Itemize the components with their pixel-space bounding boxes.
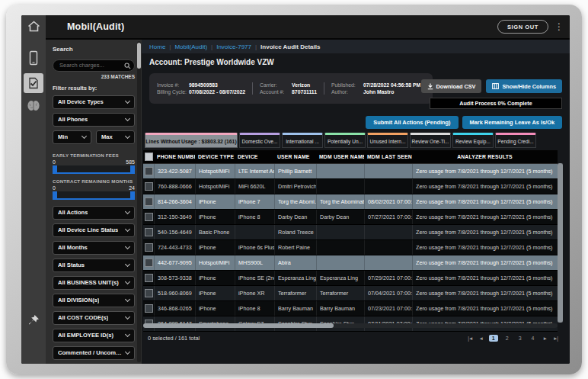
cell-mdm-user-name xyxy=(316,240,364,255)
row-checkbox[interactable] xyxy=(143,179,154,194)
audit-checklist-icon[interactable] xyxy=(24,73,43,93)
analysis-tab[interactable]: Review One-Ti... xyxy=(410,133,451,148)
analysis-tab[interactable]: Potentially Un... xyxy=(324,133,366,148)
sidebar-scrollbar-thumb[interactable] xyxy=(137,43,141,69)
column-header-mdm-user[interactable]: MDM USER NAME xyxy=(316,150,364,163)
column-header-mdm-last-seen[interactable]: MDM LAST SEEN xyxy=(364,150,412,163)
phones-select[interactable]: All Phones xyxy=(53,113,135,127)
analysis-tab[interactable]: Review Equip... xyxy=(452,133,494,148)
pagination-page-button[interactable]: 2 xyxy=(503,335,511,342)
filter-select[interactable]: All Device Line Status xyxy=(53,223,135,237)
analysis-tab[interactable]: International ... xyxy=(282,133,323,148)
table-row[interactable]: 312-150-3649 iPhone iPhone 8 Darby Dean … xyxy=(143,210,558,225)
filter-select[interactable]: Commented / Uncommented l xyxy=(53,346,135,360)
table-vertical-scrollbar[interactable] xyxy=(558,163,563,323)
breadcrumb-link-home[interactable]: Home xyxy=(149,43,165,50)
table-row[interactable]: 323-422-5087 Hotspot/MiFi LTE Internet A… xyxy=(143,164,558,179)
column-header-device[interactable]: DEVICE xyxy=(235,150,274,163)
sidebar-scrollbar[interactable] xyxy=(137,41,141,362)
filter-select[interactable]: All EMPLOYEE ID(s) xyxy=(53,329,135,342)
analysis-tab[interactable]: Pending Credi... xyxy=(495,133,536,148)
analysis-tab[interactable]: Domestic Ove... xyxy=(239,133,280,148)
slider-handle-right[interactable] xyxy=(130,191,135,200)
cell-device: MiFi 6620L xyxy=(235,179,274,194)
column-header-phone[interactable]: PHONE NUMBER xyxy=(154,150,195,163)
filter-select[interactable]: All Secondary Account Numbe xyxy=(53,364,135,365)
chevron-down-icon xyxy=(125,226,130,232)
row-checkbox[interactable] xyxy=(143,225,154,239)
search-icon xyxy=(124,59,131,72)
pagination-prev-button[interactable]: ◄ xyxy=(478,336,482,341)
pagination-next-button[interactable]: ► xyxy=(542,336,546,341)
pagination-page-button[interactable]: 3 xyxy=(516,335,524,342)
table-row[interactable]: 518-960-8069 iPhone iPhone XR Terraforme… xyxy=(143,286,558,301)
max-select[interactable]: Max xyxy=(96,130,135,144)
cell-mdm-user-name: Torg the Abominabl... xyxy=(316,194,364,209)
kebab-menu-icon[interactable]: ⋮ xyxy=(554,22,564,31)
search-input[interactable] xyxy=(53,59,135,72)
table-row[interactable]: 346-868-0265 iPhone iPhone 8 Barry Bauma… xyxy=(143,301,558,316)
tab-label: Pending Credi... xyxy=(497,139,533,144)
breadcrumb-link-app[interactable]: Mobil(Audit) xyxy=(174,43,207,50)
row-checkbox[interactable] xyxy=(143,194,154,209)
cell-phone-number: 346-868-0265 xyxy=(154,301,195,316)
row-checkbox[interactable] xyxy=(143,164,154,178)
slider-handle-left[interactable] xyxy=(53,165,57,174)
column-header-device-type[interactable]: DEVICE TYPE xyxy=(195,150,235,163)
device-types-select[interactable]: All Device Types xyxy=(53,95,135,109)
pagination-page-button[interactable]: 1 xyxy=(489,335,498,342)
filter-select-value: All Months xyxy=(58,244,88,251)
submit-all-actions-button[interactable]: Submit All Actions (Pending) xyxy=(366,116,458,129)
breadcrumb-separator: | xyxy=(255,43,257,50)
table-horizontal-scrollbar-thumb[interactable] xyxy=(143,323,334,328)
slider-label: EARLY TERMINATION FEES xyxy=(53,153,135,158)
cell-analyzer-results: Zero usage from 7/8/2021 through 12/7/20… xyxy=(412,225,558,239)
breadcrumb-link-invoice[interactable]: Invoice-7977 xyxy=(216,43,251,50)
sign-out-button[interactable]: SIGN OUT xyxy=(497,20,548,34)
filter-select[interactable]: All DIVISION(s) xyxy=(53,294,135,307)
table-vertical-scrollbar-thumb[interactable] xyxy=(558,163,563,323)
analysis-tab[interactable]: Lines Without Usage : $3803.32 (161) xyxy=(145,133,238,148)
row-checkbox[interactable] xyxy=(143,210,154,224)
search-wrap xyxy=(53,56,135,72)
header-right-tools: Download CSV Show/Hide Columns Audit Pro… xyxy=(430,79,562,109)
table-row[interactable]: 760-888-0666 Hotspot/MiFi MiFi 6620L Dmi… xyxy=(143,179,558,194)
row-checkbox[interactable] xyxy=(143,240,154,255)
pagination-first-button[interactable]: |◄ xyxy=(468,336,472,341)
min-select[interactable]: Min xyxy=(53,130,91,144)
filter-select[interactable]: All BUSINESS UNIT(s) xyxy=(53,276,135,290)
table-horizontal-scrollbar[interactable] xyxy=(143,323,558,328)
home-icon[interactable] xyxy=(27,21,40,32)
table-row[interactable]: 540-156-4649 Basic Phone Roland Treece Z… xyxy=(143,225,558,240)
mobile-device-icon[interactable] xyxy=(28,50,39,66)
show-hide-columns-button[interactable]: Show/Hide Columns xyxy=(486,79,562,93)
table-row[interactable]: 724-443-4733 iPhone iPhone 6s Plus Rober… xyxy=(143,240,558,255)
slider-handle-left[interactable] xyxy=(53,191,57,200)
app-main: Mobil(Audit) SIGN OUT ⋮ Search 23 xyxy=(46,15,570,364)
row-checkbox[interactable] xyxy=(143,255,154,270)
row-checkbox[interactable] xyxy=(143,286,154,300)
pushpin-icon[interactable] xyxy=(27,313,40,327)
filter-select[interactable]: All Months xyxy=(53,241,135,255)
slider-track[interactable] xyxy=(53,165,135,174)
table-row[interactable]: 308-573-9338 iPhone iPhone SE (2nd ... E… xyxy=(143,271,558,286)
filter-select[interactable]: All Actions xyxy=(53,206,135,220)
table-row[interactable]: 442-677-9095 Hotspot/MiFi MHS900L Abira … xyxy=(143,255,558,271)
slider-track[interactable] xyxy=(53,191,135,200)
table-row[interactable]: 814-266-3604 iPhone iPhone 7 Torg the Ab… xyxy=(143,194,558,210)
select-all-checkbox[interactable] xyxy=(143,150,154,163)
filter-select[interactable]: All COST CODE(s) xyxy=(53,311,135,325)
row-checkbox[interactable] xyxy=(143,271,154,285)
slider-handle-right[interactable] xyxy=(130,165,135,174)
filter-select[interactable]: All Status xyxy=(53,259,135,272)
column-header-user-name[interactable]: USER NAME xyxy=(274,150,316,163)
row-checkbox[interactable] xyxy=(143,301,154,316)
pagination-page-button[interactable]: 4 xyxy=(529,335,537,342)
download-csv-button[interactable]: Download CSV xyxy=(421,79,482,93)
column-header-analyzer-results[interactable]: ANALYZER RESULTS xyxy=(412,150,558,163)
slider-min-value: 0 xyxy=(53,185,56,191)
pagination-last-button[interactable]: ►| xyxy=(553,336,558,341)
brain-icon[interactable] xyxy=(26,99,41,112)
analysis-tab[interactable]: Unused Intern... xyxy=(367,133,408,148)
mark-remaining-button[interactable]: Mark Remaining Leave As Is/Ok xyxy=(462,116,562,129)
